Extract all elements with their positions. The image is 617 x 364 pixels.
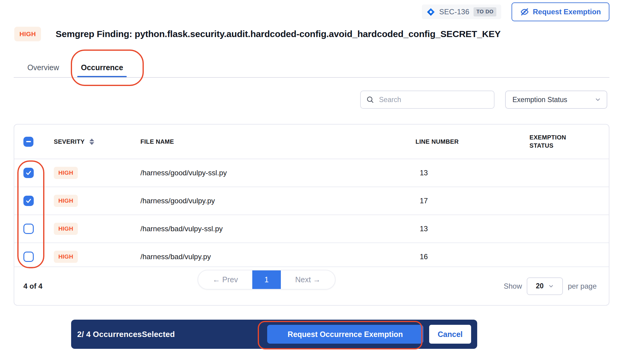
search-field[interactable] — [360, 91, 495, 109]
table-footer: 4 of 4 ← Prev 1 Next → Show 20 per page — [14, 266, 609, 305]
row-file-name: /harness/good/vulpy.py — [140, 197, 415, 205]
jira-icon — [427, 8, 435, 16]
table-row: HIGH /harness/good/vulpy.py 17 — [14, 187, 609, 215]
page-size-select[interactable]: 20 — [527, 277, 563, 295]
column-header-line-number: LINE NUMBER — [415, 138, 529, 145]
severity-badge: HIGH — [14, 27, 41, 41]
search-input[interactable] — [378, 95, 488, 104]
row-line-number: 17 — [415, 197, 529, 205]
finding-details-page: SEC-136 TO DO Request Exemption HIGH Sem… — [0, 0, 617, 364]
check-icon — [25, 170, 32, 176]
exemption-status-filter[interactable]: Exemption Status — [505, 91, 607, 109]
select-all-checkbox[interactable] — [23, 137, 33, 147]
selection-count-text: 2/ 4 OccurrencesSelected — [77, 330, 175, 339]
request-exemption-label: Request Exemption — [533, 8, 601, 16]
selection-action-bar: 2/ 4 OccurrencesSelected Request Occurre… — [71, 320, 477, 349]
row-severity-badge: HIGH — [54, 223, 78, 235]
jira-ticket-badge[interactable]: SEC-136 TO DO — [422, 5, 501, 19]
pagination: ← Prev 1 Next → — [198, 270, 336, 290]
tab-overview[interactable]: Overview — [27, 58, 59, 77]
row-severity-badge: HIGH — [54, 251, 78, 263]
row-file-name: /harness/bad/vulpy-ssl.py — [140, 225, 415, 233]
check-icon — [25, 197, 32, 204]
chevron-down-icon — [548, 283, 554, 289]
sort-icon[interactable] — [89, 139, 94, 145]
jira-status-badge: TO DO — [474, 7, 496, 16]
column-header-file-name: FILE NAME — [140, 138, 415, 145]
prev-page-button[interactable]: ← Prev — [198, 270, 252, 289]
occurrences-table: SEVERITY FILE NAME LINE NUMBER EXEMPTION… — [14, 124, 609, 306]
row-line-number: 13 — [415, 225, 529, 233]
page-size-value: 20 — [536, 282, 544, 290]
cancel-button[interactable]: Cancel — [429, 325, 471, 344]
tabs-divider — [14, 77, 609, 78]
row-file-name: /harness/bad/vulpy.py — [140, 252, 415, 261]
table-row: HIGH /harness/good/vulpy-ssl.py 13 — [14, 159, 609, 187]
row-checkbox[interactable] — [23, 168, 34, 178]
row-file-name: /harness/good/vulpy-ssl.py — [140, 169, 415, 177]
tab-bar: Overview Occurrence — [27, 58, 123, 77]
table-toolbar: Exemption Status — [360, 91, 607, 109]
page-size-control: Show 20 per page — [504, 277, 597, 295]
row-checkbox[interactable] — [23, 224, 34, 234]
page-number-button[interactable]: 1 — [252, 270, 281, 289]
table-row: HIGH /harness/bad/vulpy-ssl.py 13 — [14, 215, 609, 242]
action-bar-buttons: Request Occurrence Exemption Cancel — [267, 325, 471, 344]
row-checkbox[interactable] — [23, 252, 34, 262]
table-header-row: SEVERITY FILE NAME LINE NUMBER EXEMPTION… — [14, 125, 609, 159]
row-severity-badge: HIGH — [54, 195, 78, 207]
row-line-number: 13 — [415, 169, 529, 177]
column-header-severity: SEVERITY — [54, 138, 84, 145]
finding-header: HIGH Semgrep Finding: python.flask.secur… — [14, 27, 501, 41]
header-actions: SEC-136 TO DO Request Exemption — [422, 2, 609, 21]
search-icon — [366, 96, 374, 104]
chevron-down-icon — [595, 96, 601, 103]
exemption-status-filter-label: Exemption Status — [512, 96, 567, 104]
row-checkbox[interactable] — [23, 196, 34, 206]
page-title: Semgrep Finding: python.flask.security.a… — [56, 29, 501, 39]
row-line-number: 16 — [415, 252, 529, 261]
next-page-button[interactable]: Next → — [281, 270, 335, 289]
per-page-label: per page — [568, 282, 597, 290]
eye-slash-icon — [520, 7, 529, 16]
request-occurrence-exemption-button[interactable]: Request Occurrence Exemption — [267, 325, 423, 344]
tab-occurrence[interactable]: Occurrence — [81, 58, 123, 77]
jira-ticket-key: SEC-136 — [439, 8, 469, 16]
request-exemption-button[interactable]: Request Exemption — [512, 2, 609, 21]
row-severity-badge: HIGH — [54, 167, 78, 179]
column-header-exemption-status: EXEMPTION STATUS — [529, 133, 578, 150]
show-label: Show — [504, 282, 522, 290]
row-count: 4 of 4 — [23, 282, 43, 290]
